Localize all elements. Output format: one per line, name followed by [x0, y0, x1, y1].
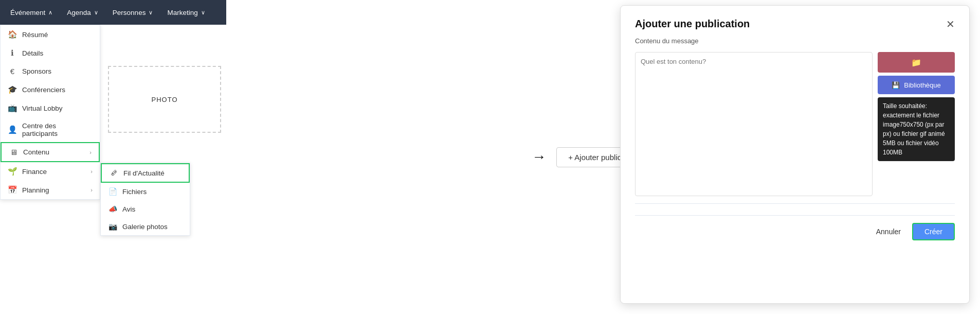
modal-title: Ajouter une publication: [635, 18, 750, 30]
submenu-label-fil-actualite: Fil d'Actualité: [123, 169, 165, 177]
tooltip-box: Taille souhaitée: exactement le fichier …: [878, 97, 955, 161]
close-icon: ✕: [946, 19, 955, 30]
menu-item-details[interactable]: ℹ Détails: [1, 44, 100, 62]
cancel-button[interactable]: Annuler: [871, 224, 906, 239]
right-buttons: 📁 💾 Bibliothèque Taille souhaitée: exact…: [878, 52, 955, 161]
nav-bar: Événement Agenda Personnes Marketing: [0, 0, 226, 25]
nav-item-evenement[interactable]: Événement: [4, 5, 59, 21]
menu-item-virtual-lobby[interactable]: 📺 Virtual Lobby: [1, 99, 100, 117]
menu-item-contenu[interactable]: 🖥 Contenu ›: [1, 142, 100, 162]
file-icon: 📄: [108, 187, 117, 196]
monitor-icon: 🖥: [9, 148, 18, 156]
nav-label-agenda: Agenda: [67, 9, 91, 16]
submenu-item-avis[interactable]: 📣 Avis: [101, 200, 190, 218]
newspaper-icon: 🗞: [109, 169, 118, 177]
modal-content-row: 📁 💾 Bibliothèque Taille souhaitée: exact…: [635, 52, 955, 196]
folder-button[interactable]: 📁: [878, 52, 955, 73]
left-panel: Événement Agenda Personnes Marketing 🏠 R…: [0, 0, 226, 314]
submenu-item-galerie-photos[interactable]: 📷 Galerie photos: [101, 218, 190, 235]
menu-item-sponsors[interactable]: € Sponsors: [1, 62, 100, 80]
cancel-label: Annuler: [876, 228, 901, 236]
info-icon: ℹ: [8, 48, 17, 58]
modal-divider: [635, 203, 955, 204]
content-label: Contenu du message: [635, 37, 955, 45]
megaphone-icon: 📣: [108, 205, 117, 213]
tooltip-text: Taille souhaitée: exactement le fichier …: [883, 102, 945, 156]
leaf-icon: 🌱: [8, 167, 17, 176]
submenu: 🗞 Fil d'Actualité 📄 Fichiers 📣 Avis 📷 Ga…: [100, 163, 190, 236]
modal-close-button[interactable]: ✕: [946, 19, 955, 29]
submenu-item-fichiers[interactable]: 📄 Fichiers: [101, 183, 190, 200]
user-icon: 👤: [8, 125, 17, 134]
create-label: Créer: [924, 228, 942, 236]
dropdown-menu: 🏠 Résumé ℹ Détails € Sponsors 🎓 Conféren…: [0, 25, 100, 200]
modal-overlay: Ajouter une publication ✕ Contenu du mes…: [620, 5, 970, 304]
save-icon: 💾: [892, 81, 900, 89]
home-icon: 🏠: [8, 30, 17, 39]
tv-icon: 📺: [8, 103, 17, 113]
submenu-label-galerie-photos: Galerie photos: [122, 223, 168, 231]
chevron-right-icon-planning: ›: [90, 187, 93, 193]
menu-item-resume[interactable]: 🏠 Résumé: [1, 25, 100, 44]
graduation-icon: 🎓: [8, 85, 17, 94]
menu-label-planning: Planning: [22, 186, 49, 194]
camera-icon: 📷: [108, 222, 117, 231]
nav-item-marketing[interactable]: Marketing: [161, 5, 211, 21]
photo-label: PHOTO: [152, 96, 178, 103]
chevron-right-icon-finance: ›: [90, 168, 93, 175]
euro-icon: €: [8, 67, 17, 76]
nav-label-personnes: Personnes: [113, 9, 146, 16]
menu-item-conferenciers[interactable]: 🎓 Conférenciers: [1, 80, 100, 99]
photo-area: PHOTO: [108, 66, 221, 133]
menu-label-conferenciers: Conférenciers: [22, 86, 65, 94]
nav-item-agenda[interactable]: Agenda: [61, 5, 104, 21]
message-textarea[interactable]: [635, 52, 873, 196]
library-label: Bibliothèque: [904, 81, 941, 89]
folder-icon: 📁: [911, 58, 921, 67]
menu-label-finance: Finance: [22, 168, 47, 176]
menu-item-centre-participants[interactable]: 👤 Centre des participants: [1, 117, 100, 142]
modal-header: Ajouter une publication ✕: [635, 18, 955, 30]
menu-label-contenu: Contenu: [23, 148, 49, 156]
modal-footer: Annuler Créer: [635, 215, 955, 240]
page-wrapper: Événement Agenda Personnes Marketing 🏠 R…: [0, 0, 980, 314]
arrow-left-icon: →: [532, 149, 546, 165]
menu-label-details: Détails: [22, 49, 43, 57]
nav-label-marketing: Marketing: [167, 9, 197, 16]
chevron-right-icon: ›: [89, 149, 92, 155]
library-button[interactable]: 💾 Bibliothèque: [878, 76, 955, 94]
submenu-label-avis: Avis: [122, 205, 135, 213]
submenu-label-fichiers: Fichiers: [122, 188, 147, 196]
menu-label-centre-participants: Centre des participants: [22, 122, 93, 137]
menu-item-finance[interactable]: 🌱 Finance ›: [1, 162, 100, 181]
menu-item-planning[interactable]: 📅 Planning ›: [1, 181, 100, 199]
submenu-item-fil-actualite[interactable]: 🗞 Fil d'Actualité: [101, 163, 190, 183]
create-button[interactable]: Créer: [912, 223, 955, 240]
nav-label-evenement: Événement: [10, 9, 45, 16]
calendar-icon: 📅: [8, 185, 17, 195]
menu-label-resume: Résumé: [22, 31, 48, 39]
menu-label-sponsors: Sponsors: [22, 67, 51, 75]
menu-label-virtual-lobby: Virtual Lobby: [22, 104, 63, 112]
nav-item-personnes[interactable]: Personnes: [106, 5, 159, 21]
